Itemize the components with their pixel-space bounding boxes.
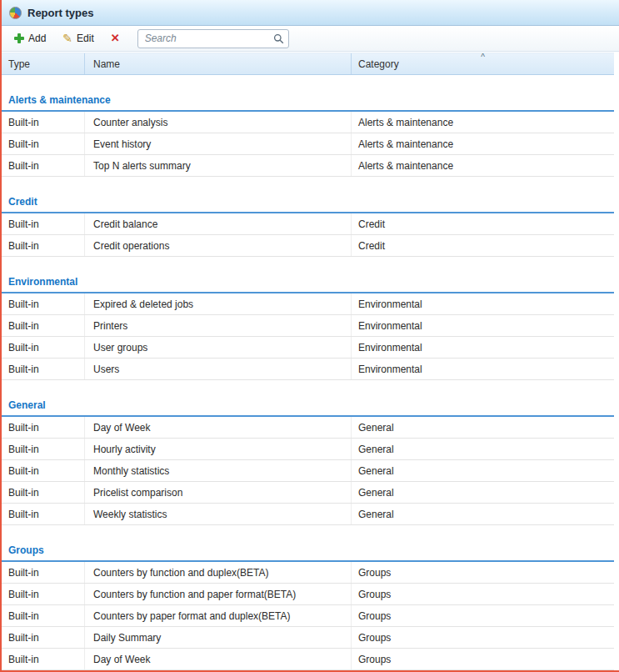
table-row[interactable]: Built-inTop N alerts summaryAlerts & mai…	[2, 155, 614, 177]
cell-type: Built-in	[2, 627, 85, 648]
column-header-category-label: Category	[358, 58, 399, 70]
cell-name: Pricelist comparison	[85, 482, 352, 503]
cell-category: Credit	[352, 213, 614, 234]
magnifier-icon[interactable]	[273, 33, 284, 44]
table-row[interactable]: Built-inDaily SummaryGroups	[2, 627, 614, 649]
cell-category: General	[352, 504, 614, 524]
cell-type: Built-in	[2, 293, 85, 314]
column-header-category[interactable]: ^ Category	[352, 53, 614, 74]
cell-type: Built-in	[2, 155, 85, 176]
cell-name: Printers	[85, 315, 352, 336]
cell-type: Built-in	[2, 649, 85, 669]
cell-name: Counters by function and duplex(BETA)	[85, 562, 352, 583]
search-box[interactable]	[137, 29, 289, 48]
window-title: Report types	[27, 7, 93, 19]
group-header[interactable]: Groups	[2, 525, 614, 562]
table-row[interactable]: Built-inMonthly statisticsGeneral	[2, 460, 614, 482]
cell-type: Built-in	[2, 482, 85, 503]
cell-name: Event history	[85, 133, 352, 154]
table-row[interactable]: Built-inEvent historyAlerts & maintenanc…	[2, 133, 614, 155]
cell-category: Alerts & maintenance	[352, 155, 614, 176]
cell-type: Built-in	[2, 112, 85, 133]
cell-type: Built-in	[2, 584, 85, 604]
toolbar: Add ✎ Edit ✕	[2, 26, 619, 52]
cell-name: Credit operations	[85, 235, 352, 256]
column-header-name[interactable]: Name	[85, 53, 352, 74]
cell-type: Built-in	[2, 235, 85, 256]
cell-category: Groups	[352, 649, 614, 669]
cell-name: Daily Summary	[85, 627, 352, 648]
cell-category: General	[352, 439, 614, 459]
cell-type: Built-in	[2, 417, 85, 438]
edit-button[interactable]: ✎ Edit	[55, 28, 101, 48]
cell-category: Groups	[352, 562, 614, 583]
cell-type: Built-in	[2, 337, 85, 358]
cell-name: Counters by paper format and duplex(BETA…	[85, 605, 352, 626]
caret-up-icon: ^	[481, 53, 485, 61]
cell-category: General	[352, 482, 614, 503]
table-row[interactable]: Built-inDay of WeekGroups	[2, 649, 614, 670]
cell-category: Credit	[352, 235, 614, 256]
cell-category: Environmental	[352, 359, 614, 379]
group-title: General	[8, 399, 46, 411]
cell-type: Built-in	[2, 504, 85, 524]
table-row[interactable]: Built-inDay of WeekGeneral	[2, 417, 614, 439]
edit-button-label: Edit	[77, 33, 94, 44]
table-row[interactable]: Built-inCredit balanceCredit	[2, 213, 614, 235]
cell-type: Built-in	[2, 213, 85, 234]
cell-type: Built-in	[2, 439, 85, 459]
cell-type: Built-in	[2, 315, 85, 336]
table-row[interactable]: Built-inPrintersEnvironmental	[2, 315, 614, 337]
group-title: Environmental	[8, 276, 77, 288]
cell-category: Groups	[352, 584, 614, 604]
cell-category: Environmental	[352, 293, 614, 314]
cell-type: Built-in	[2, 605, 85, 626]
cell-name: Counter analysis	[85, 112, 352, 133]
table-row[interactable]: Built-inCounters by function and duplex(…	[2, 562, 614, 584]
cell-name: Day of Week	[85, 649, 352, 669]
cell-name: Counters by function and paper format(BE…	[85, 584, 352, 604]
add-button-label: Add	[28, 33, 46, 44]
cell-category: General	[352, 417, 614, 438]
cell-category: Alerts & maintenance	[352, 112, 614, 133]
cell-category: Environmental	[352, 337, 614, 358]
table-row[interactable]: Built-inCounters by function and paper f…	[2, 584, 614, 605]
table-body: Alerts & maintenanceBuilt-inCounter anal…	[2, 75, 614, 670]
cell-category: Environmental	[352, 315, 614, 336]
table-row[interactable]: Built-inHourly activityGeneral	[2, 439, 614, 460]
cell-category: Groups	[352, 627, 614, 648]
group-header[interactable]: Credit	[2, 177, 614, 213]
group-header[interactable]: General	[2, 380, 614, 417]
group-title: Groups	[8, 544, 44, 556]
table-row[interactable]: Built-inUser groupsEnvironmental	[2, 337, 614, 359]
cell-name: Day of Week	[85, 417, 352, 438]
table-row[interactable]: Built-inCredit operationsCredit	[2, 235, 614, 257]
cell-name: Weekly statistics	[85, 504, 352, 524]
cell-type: Built-in	[2, 359, 85, 379]
group-title: Alerts & maintenance	[8, 94, 111, 106]
cell-type: Built-in	[2, 133, 85, 154]
table-header: Type Name ^ Category	[2, 53, 614, 75]
pie-chart-icon	[9, 7, 22, 19]
search-input[interactable]	[145, 33, 273, 44]
table-row[interactable]: Built-inPricelist comparisonGeneral	[2, 482, 614, 504]
cell-type: Built-in	[2, 562, 85, 583]
delete-button[interactable]: ✕	[103, 29, 127, 48]
pencil-icon: ✎	[62, 33, 72, 43]
table-row[interactable]: Built-inUsersEnvironmental	[2, 359, 614, 380]
titlebar: Report types	[2, 0, 619, 26]
column-header-type[interactable]: Type	[2, 53, 85, 74]
table-row[interactable]: Built-inWeekly statisticsGeneral	[2, 504, 614, 525]
cell-category: Alerts & maintenance	[352, 133, 614, 154]
report-types-window: Report types Add ✎ Edit ✕ Type Name	[0, 0, 619, 672]
table-row[interactable]: Built-inCounters by paper format and dup…	[2, 605, 614, 627]
group-header[interactable]: Alerts & maintenance	[2, 75, 614, 112]
cell-name: Credit balance	[85, 213, 352, 234]
cell-category: General	[352, 460, 614, 481]
group-header[interactable]: Environmental	[2, 257, 614, 293]
table-row[interactable]: Built-inExpired & deleted jobsEnvironmen…	[2, 293, 614, 315]
add-button[interactable]: Add	[7, 28, 53, 48]
table-row[interactable]: Built-inCounter analysisAlerts & mainten…	[2, 112, 614, 133]
cell-name: Top N alerts summary	[85, 155, 352, 176]
group-title: Credit	[8, 196, 37, 208]
